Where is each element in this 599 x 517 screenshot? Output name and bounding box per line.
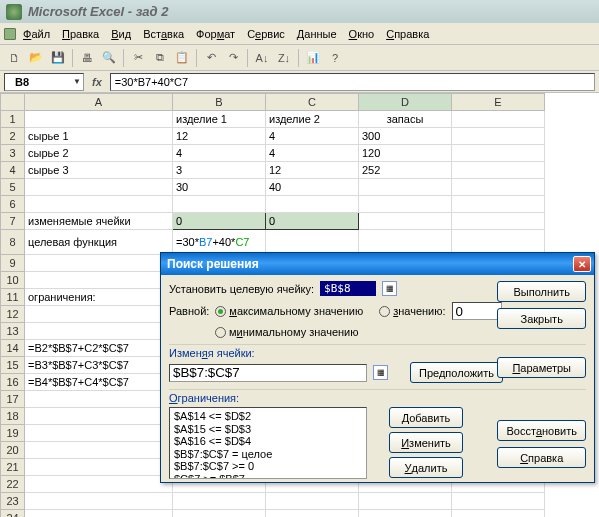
row-header-11[interactable]: 11 — [1, 289, 25, 306]
row-header-1[interactable]: 1 — [1, 111, 25, 128]
col-header-D[interactable]: D — [359, 94, 452, 111]
radio-max[interactable]: максимальному значению — [215, 305, 363, 317]
formula-input[interactable]: =30*B7+40*C7 — [110, 73, 595, 91]
dialog-title: Поиск решения — [167, 257, 259, 271]
guess-button[interactable]: Предположить — [410, 362, 503, 383]
radio-min[interactable]: минимальному значению — [215, 326, 359, 338]
target-cell-input[interactable]: $B$8 — [320, 281, 376, 296]
row-header-15[interactable]: 15 — [1, 357, 25, 374]
print-icon[interactable]: 🖶 — [77, 48, 97, 68]
col-header-B[interactable]: B — [173, 94, 266, 111]
paste-icon[interactable]: 📋 — [172, 48, 192, 68]
redo-icon[interactable]: ↷ — [223, 48, 243, 68]
new-icon[interactable]: 🗋 — [4, 48, 24, 68]
undo-icon[interactable]: ↶ — [201, 48, 221, 68]
row-header-7[interactable]: 7 — [1, 213, 25, 230]
toolbar-standard: 🗋 📂 💾 🖶 🔍 ✂ ⧉ 📋 ↶ ↷ A↓ Z↓ 📊 ? — [0, 45, 599, 71]
menu-bar: Файл Правка Вид Вставка Формат Сервис Да… — [0, 23, 599, 45]
menu-insert[interactable]: Вставка — [138, 26, 189, 42]
solver-dialog: Поиск решения ✕ Установить целевую ячейк… — [160, 252, 595, 483]
changing-cells-input[interactable] — [169, 364, 367, 382]
row-header-17[interactable]: 17 — [1, 391, 25, 408]
row-header-12[interactable]: 12 — [1, 306, 25, 323]
help-button[interactable]: Справка — [497, 447, 586, 468]
help-icon[interactable]: ? — [325, 48, 345, 68]
constraints-list[interactable]: $A$14 <= $D$2$A$15 <= $D$3$A$16 <= $D$4$… — [169, 407, 367, 479]
select-all-corner[interactable] — [1, 94, 25, 111]
chevron-down-icon[interactable]: ▼ — [73, 77, 81, 86]
row-header-16[interactable]: 16 — [1, 374, 25, 391]
window-titlebar: Microsoft Excel - зад 2 — [0, 0, 599, 23]
change-button[interactable]: Изменить — [389, 432, 463, 453]
solve-button[interactable]: Выполнить — [497, 281, 586, 302]
col-header-C[interactable]: C — [266, 94, 359, 111]
close-button[interactable]: Закрыть — [497, 308, 586, 329]
sort-desc-icon[interactable]: Z↓ — [274, 48, 294, 68]
menu-format[interactable]: Формат — [191, 26, 240, 42]
window-title: Microsoft Excel - зад 2 — [28, 4, 168, 19]
open-icon[interactable]: 📂 — [26, 48, 46, 68]
row-header-5[interactable]: 5 — [1, 179, 25, 196]
preview-icon[interactable]: 🔍 — [99, 48, 119, 68]
ref-picker-icon-2[interactable]: ▦ — [373, 365, 388, 380]
col-header-A[interactable]: A — [25, 94, 173, 111]
cell-B8-editing[interactable]: =30*B7+40*C7 — [173, 230, 266, 255]
row-header-13[interactable]: 13 — [1, 323, 25, 340]
menu-window[interactable]: Окно — [344, 26, 380, 42]
restore-button[interactable]: Восстановить — [497, 420, 586, 441]
row-header-22[interactable]: 22 — [1, 476, 25, 493]
fx-icon[interactable]: fx — [88, 76, 106, 88]
col-header-E[interactable]: E — [452, 94, 545, 111]
row-header-4[interactable]: 4 — [1, 162, 25, 179]
cell-B7: 0 — [173, 213, 266, 230]
formula-bar: B8 ▼ fx =30*B7+40*C7 — [0, 71, 599, 93]
params-button[interactable]: Параметры — [497, 357, 586, 378]
equals-label: Равной: — [169, 305, 209, 317]
menu-edit[interactable]: Правка — [57, 26, 104, 42]
dialog-titlebar[interactable]: Поиск решения ✕ — [161, 253, 594, 275]
delete-button[interactable]: Удалить — [389, 457, 463, 478]
row-header-10[interactable]: 10 — [1, 272, 25, 289]
menu-data[interactable]: Данные — [292, 26, 342, 42]
add-button[interactable]: Добавить — [389, 407, 463, 428]
row-header-2[interactable]: 2 — [1, 128, 25, 145]
sort-asc-icon[interactable]: A↓ — [252, 48, 272, 68]
row-header-18[interactable]: 18 — [1, 408, 25, 425]
row-header-3[interactable]: 3 — [1, 145, 25, 162]
menu-file[interactable]: Файл — [18, 26, 55, 42]
menu-help[interactable]: Справка — [381, 26, 434, 42]
row-header-21[interactable]: 21 — [1, 459, 25, 476]
menu-tools[interactable]: Сервис — [242, 26, 290, 42]
row-header-24[interactable]: 24 — [1, 510, 25, 518]
row-header-19[interactable]: 19 — [1, 425, 25, 442]
chart-icon[interactable]: 📊 — [303, 48, 323, 68]
name-box[interactable]: B8 ▼ — [4, 73, 84, 91]
ref-picker-icon[interactable]: ▦ — [382, 281, 397, 296]
row-header-23[interactable]: 23 — [1, 493, 25, 510]
save-icon[interactable]: 💾 — [48, 48, 68, 68]
row-header-20[interactable]: 20 — [1, 442, 25, 459]
formula-text: =30*B7+40*C7 — [115, 76, 188, 88]
cut-icon[interactable]: ✂ — [128, 48, 148, 68]
cell-C7: 0 — [266, 213, 359, 230]
row-header-8[interactable]: 8 — [1, 230, 25, 255]
name-box-value: B8 — [15, 76, 29, 88]
excel-icon — [6, 4, 22, 20]
menu-view[interactable]: Вид — [106, 26, 136, 42]
radio-value[interactable]: значению: — [379, 305, 445, 317]
copy-icon[interactable]: ⧉ — [150, 48, 170, 68]
close-icon[interactable]: ✕ — [573, 256, 591, 272]
row-header-6[interactable]: 6 — [1, 196, 25, 213]
app-icon-small — [4, 28, 16, 40]
value-input[interactable] — [452, 302, 502, 320]
row-header-9[interactable]: 9 — [1, 255, 25, 272]
row-header-14[interactable]: 14 — [1, 340, 25, 357]
set-cell-label: Установить целевую ячейку: — [169, 283, 314, 295]
